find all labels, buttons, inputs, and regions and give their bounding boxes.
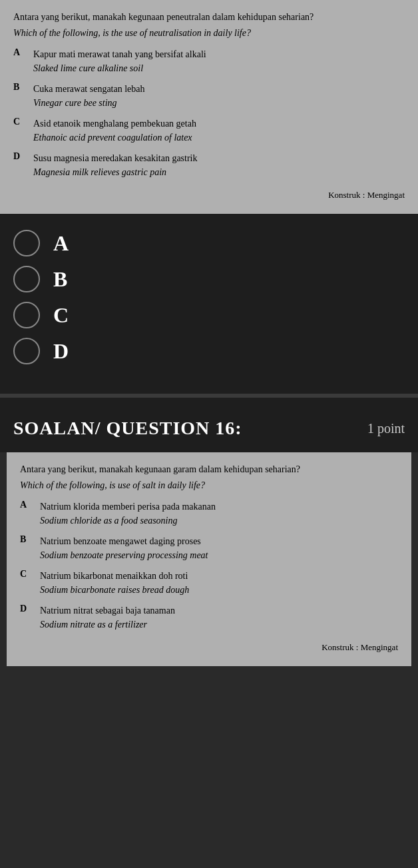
- q15-option-b-letter: B: [13, 82, 33, 93]
- q16-option-b-letter: B: [20, 534, 40, 545]
- q15-option-a-row: A Kapur mati merawat tanah yang bersifat…: [13, 47, 405, 79]
- q16-option-a-malay: Natrium klorida memberi perisa pada maka…: [40, 500, 398, 514]
- q16-option-d-malay: Natrium nitrat sebagai baja tanaman: [40, 604, 398, 618]
- q15-option-a-malay: Kapur mati merawat tanah yang bersifat a…: [33, 47, 405, 61]
- q16-option-a-letter: A: [20, 500, 40, 510]
- q15-answer-section: A B C D: [0, 214, 418, 394]
- q15-konstruk: Konstruk : Mengingat: [13, 190, 405, 201]
- q15-option-d-letter: D: [13, 151, 33, 162]
- radio-circle-a[interactable]: [13, 230, 40, 256]
- answer-option-d[interactable]: D: [13, 338, 405, 364]
- q16-option-c-malay: Natrium bikarbonat menaikkan doh roti: [40, 569, 398, 583]
- radio-label-a: A: [53, 231, 69, 256]
- q16-option-b-content: Natrium benzoate mengawet daging proses …: [40, 534, 398, 566]
- q16-option-c-letter: C: [20, 569, 40, 580]
- q15-option-c-letter: C: [13, 117, 33, 127]
- q15-option-c-english: Ethanoic acid prevent coagulation of lat…: [33, 131, 405, 145]
- q15-option-d-content: Susu magnesia meredakan kesakitan gastri…: [33, 151, 405, 183]
- q16-option-a-english: Sodium chloride as a food seasoning: [40, 514, 398, 528]
- question-16-card: Antara yang berikut, manakah kegunaan ga…: [7, 452, 411, 666]
- q16-option-d-row: D Natrium nitrat sebagai baja tanaman So…: [20, 604, 398, 636]
- q15-option-c-malay: Asid etanoik menghalang pembekuan getah: [33, 117, 405, 131]
- q16-points: 1 point: [367, 421, 405, 436]
- q15-text-english: Which of the following, is the use of ne…: [13, 27, 405, 40]
- q15-text-malay: Antara yang berikut, manakah kegunaan pe…: [13, 11, 405, 24]
- q16-option-d-content: Natrium nitrat sebagai baja tanaman Sodi…: [40, 604, 398, 636]
- q15-option-d-row: D Susu magnesia meredakan kesakitan gast…: [13, 151, 405, 183]
- q15-option-d-english: Magnesia milk relieves gastric pain: [33, 165, 405, 179]
- answer-option-a[interactable]: A: [13, 230, 405, 256]
- radio-label-b: B: [53, 267, 67, 292]
- q16-number-label: SOALAN/ QUESTION 16:: [13, 418, 242, 439]
- q16-option-a-row: A Natrium klorida memberi perisa pada ma…: [20, 500, 398, 532]
- q15-option-b-row: B Cuka merawat sengatan lebah Vinegar cu…: [13, 82, 405, 114]
- q16-text-malay: Antara yang berikut, manakah kegunaan ga…: [20, 463, 398, 476]
- q16-option-c-english: Sodium bicarbonate raises bread dough: [40, 583, 398, 597]
- q15-option-d-malay: Susu magnesia meredakan kesakitan gastri…: [33, 151, 405, 165]
- q15-option-a-english: Slaked lime cure alkaline soil: [33, 61, 405, 75]
- q16-option-d-english: Sodium nitrate as a fertilizer: [40, 618, 398, 632]
- q15-option-a-letter: A: [13, 47, 33, 58]
- answer-option-c[interactable]: C: [13, 302, 405, 328]
- radio-circle-c[interactable]: [13, 302, 40, 328]
- q15-option-c-row: C Asid etanoik menghalang pembekuan geta…: [13, 117, 405, 149]
- answer-option-b[interactable]: B: [13, 266, 405, 292]
- radio-circle-b[interactable]: [13, 266, 40, 292]
- q16-option-d-letter: D: [20, 604, 40, 614]
- q16-number-section: SOALAN/ QUESTION 16: 1 point: [0, 398, 418, 452]
- q15-option-b-content: Cuka merawat sengatan lebah Vinegar cure…: [33, 82, 405, 114]
- q15-option-c-content: Asid etanoik menghalang pembekuan getah …: [33, 117, 405, 149]
- q16-option-b-row: B Natrium benzoate mengawet daging prose…: [20, 534, 398, 566]
- radio-label-c: C: [53, 303, 69, 328]
- q15-option-b-english: Vinegar cure bee sting: [33, 96, 405, 110]
- q15-option-a-content: Kapur mati merawat tanah yang bersifat a…: [33, 47, 405, 79]
- q16-option-b-malay: Natrium benzoate mengawet daging proses: [40, 534, 398, 548]
- q15-option-b-malay: Cuka merawat sengatan lebah: [33, 82, 405, 96]
- q16-text-english: Which of the following, is use of salt i…: [20, 479, 398, 492]
- q16-option-a-content: Natrium klorida memberi perisa pada maka…: [40, 500, 398, 532]
- q16-konstruk: Konstruk : Mengingat: [20, 642, 398, 653]
- q16-option-b-english: Sodium benzoate preserving processing me…: [40, 548, 398, 562]
- radio-circle-d[interactable]: [13, 338, 40, 364]
- question-15-card: Antara yang berikut, manakah kegunaan pe…: [0, 0, 418, 214]
- radio-label-d: D: [53, 339, 69, 364]
- q16-option-c-row: C Natrium bikarbonat menaikkan doh roti …: [20, 569, 398, 601]
- q16-option-c-content: Natrium bikarbonat menaikkan doh roti So…: [40, 569, 398, 601]
